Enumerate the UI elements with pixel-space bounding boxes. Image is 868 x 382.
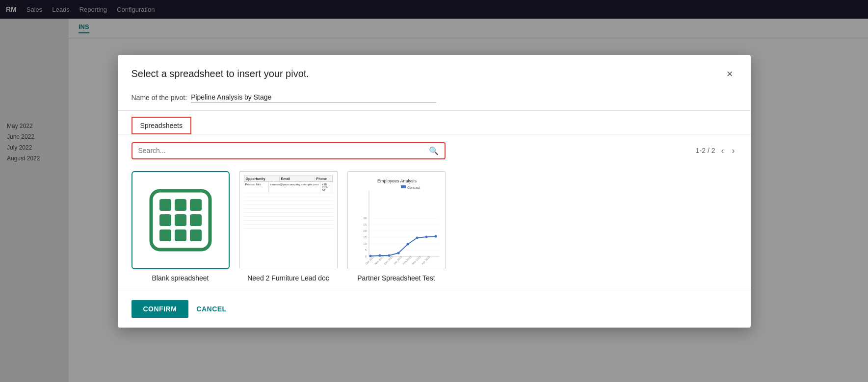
card-label-blank: Blank spreadsheet — [152, 274, 209, 282]
spreadsheet-select-modal: Select a spreadsheet to insert your pivo… — [118, 55, 751, 328]
search-box: 🔍 — [132, 142, 446, 159]
spreadsheet-card-blank[interactable]: Blank spreadsheet — [132, 171, 230, 282]
lead-doc-row-empty — [244, 201, 333, 205]
svg-text:30: 30 — [363, 217, 367, 220]
svg-text:Employees Analysis: Employees Analysis — [377, 178, 417, 183]
svg-text:Nov 2021: Nov 2021 — [374, 255, 384, 265]
lead-doc-header-row: Opportunity Email Phone — [244, 176, 333, 182]
modal-tabs: Spreadsheets — [118, 111, 751, 134]
cancel-button[interactable]: CANCEL — [196, 305, 226, 313]
svg-point-34 — [425, 235, 427, 238]
modal-title: Select a spreadsheet to insert your pivo… — [132, 68, 309, 79]
employees-analysis-chart: Employees Analysis Contract 0 5 — [352, 176, 442, 266]
modal-footer: CONFIRM CANCEL — [118, 290, 751, 328]
svg-text:Contract: Contract — [407, 186, 421, 189]
lead-doc-row-empty — [244, 229, 333, 232]
lead-doc-row-empty — [244, 205, 333, 209]
svg-text:0: 0 — [365, 255, 367, 258]
svg-rect-2 — [175, 199, 186, 211]
modal-close-button[interactable]: × — [723, 67, 737, 81]
svg-rect-6 — [190, 214, 202, 226]
pivot-name-value: Pipeline Analysis by Stage — [191, 93, 436, 102]
confirm-button[interactable]: CONFIRM — [132, 300, 189, 318]
blank-spreadsheet-icon — [149, 188, 212, 252]
svg-text:20: 20 — [363, 229, 367, 232]
cell-product: Product Info — [244, 182, 269, 193]
cell-phone-val: +38 212-66 — [320, 182, 333, 193]
card-label-lead-doc: Need 2 Furniture Lead doc — [247, 274, 329, 282]
lead-doc-row-empty — [244, 209, 333, 213]
svg-rect-7 — [159, 229, 171, 241]
search-input[interactable] — [138, 147, 429, 154]
svg-rect-8 — [175, 229, 186, 241]
svg-text:10: 10 — [363, 242, 367, 245]
modal-overlay: Select a spreadsheet to insert your pivo… — [0, 0, 868, 382]
svg-text:Jan 2022: Jan 2022 — [393, 255, 402, 265]
lead-doc-row-empty — [244, 213, 333, 217]
svg-text:15: 15 — [363, 236, 367, 239]
card-thumbnail-lead-doc: Opportunity Email Phone Product Info vau… — [239, 171, 338, 269]
svg-point-32 — [406, 243, 409, 245]
modal-header: Select a spreadsheet to insert your pivo… — [118, 55, 751, 89]
card-thumbnail-partner: Employees Analysis Contract 0 5 — [347, 171, 446, 269]
svg-text:Apr 2022: Apr 2022 — [421, 255, 430, 265]
col-phone: Phone — [315, 176, 333, 181]
lead-doc-row-empty — [244, 197, 333, 201]
svg-rect-3 — [190, 199, 202, 211]
svg-rect-1 — [159, 199, 171, 211]
pagination-next-button[interactable]: › — [730, 146, 737, 156]
pagination-range: 1-2 / 2 — [696, 147, 715, 154]
svg-rect-4 — [159, 214, 171, 226]
card-thumbnail-blank — [132, 171, 230, 269]
svg-text:5: 5 — [365, 249, 367, 252]
cell-email-val: vauxoo@yourcompany.example.com — [269, 182, 320, 193]
pagination: 1-2 / 2 ‹ › — [696, 146, 737, 156]
lead-doc-row-empty — [244, 221, 333, 225]
spreadsheet-card-lead-doc[interactable]: Opportunity Email Phone Product Info vau… — [239, 171, 338, 282]
pivot-name-label: Name of the pivot: — [132, 94, 187, 102]
tab-spreadsheets[interactable]: Spreadsheets — [132, 117, 191, 134]
svg-rect-9 — [190, 229, 202, 241]
search-icon: 🔍 — [429, 146, 439, 155]
lead-doc-row-1: Product Info vauxoo@yourcompany.example.… — [244, 182, 333, 193]
col-email: Email — [280, 176, 315, 181]
search-pagination-row: 🔍 1-2 / 2 ‹ › — [118, 134, 751, 167]
svg-point-31 — [397, 252, 399, 254]
svg-text:Dec 2021: Dec 2021 — [383, 255, 394, 265]
lead-doc-row-empty — [244, 225, 333, 229]
spreadsheet-card-partner[interactable]: Employees Analysis Contract 0 5 — [347, 171, 446, 282]
card-label-partner: Partner Spreadsheet Test — [357, 274, 435, 282]
lead-doc-row-empty — [244, 193, 333, 197]
svg-rect-11 — [401, 185, 406, 188]
pivot-name-row: Name of the pivot: Pipeline Analysis by … — [118, 89, 751, 111]
pagination-prev-button[interactable]: ‹ — [719, 146, 726, 156]
svg-rect-5 — [175, 214, 186, 226]
svg-text:25: 25 — [363, 223, 367, 226]
col-opportunity: Opportunity — [244, 176, 280, 181]
lead-doc-row-empty — [244, 217, 333, 221]
svg-point-33 — [416, 236, 418, 239]
svg-text:Mar 2022: Mar 2022 — [411, 255, 421, 265]
svg-point-35 — [434, 235, 437, 237]
partner-chart-preview: Employees Analysis Contract 0 5 — [348, 172, 445, 269]
lead-doc-preview: Opportunity Email Phone Product Info vau… — [240, 172, 337, 269]
cards-area: Blank spreadsheet Opportunity Email Phon… — [118, 167, 751, 290]
svg-text:Feb 2022: Feb 2022 — [402, 255, 412, 265]
